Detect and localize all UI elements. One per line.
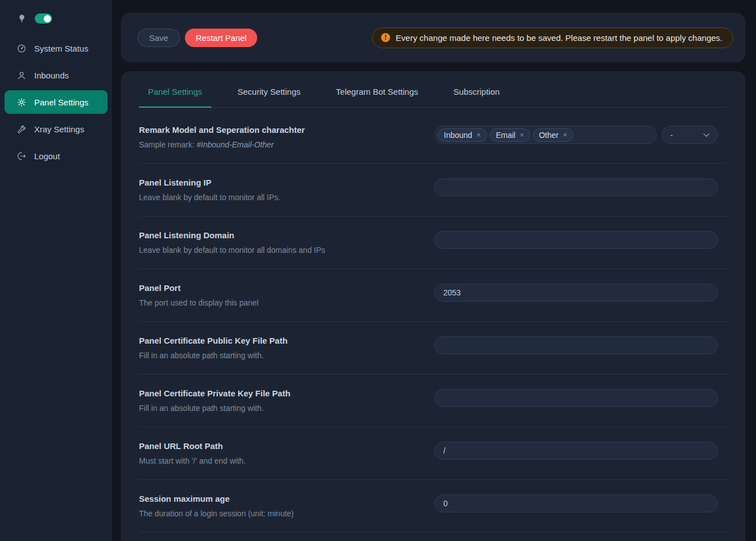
sidebar-item-label: Xray Settings: [34, 124, 84, 134]
remark-tags-input[interactable]: Inbound × Email × Other ×: [434, 126, 657, 144]
form-row-listening-ip: Panel Listening IP Leave blank by defaul…: [139, 164, 727, 216]
gear-icon: [17, 98, 26, 107]
form-row-listening-domain: Panel Listening Domain Leave blank by de…: [139, 216, 727, 269]
logout-icon: [17, 151, 26, 161]
field-hint: Must start with '/' and end with.: [139, 456, 246, 465]
tab-panel-settings[interactable]: Panel Settings: [139, 79, 211, 108]
form-row-panel-port: Panel Port The port used to display this…: [139, 269, 727, 322]
url-root-path-input[interactable]: [434, 442, 718, 460]
restart-panel-button[interactable]: Restart Panel: [185, 29, 257, 47]
field-label: Panel URL Root Path: [139, 441, 246, 451]
listening-ip-input[interactable]: [434, 178, 718, 196]
dashboard-icon: [17, 44, 26, 53]
field-hint: Fill in an absolute path starting with.: [139, 351, 287, 360]
field-hint: Leave blank by default to monitor all IP…: [139, 193, 280, 202]
panel-port-input[interactable]: [434, 284, 718, 302]
next-setting-input[interactable]: [434, 494, 718, 512]
sidebar-item-system-status[interactable]: System Status: [4, 36, 108, 60]
sidebar-item-panel-settings[interactable]: Panel Settings: [4, 90, 108, 114]
field-hint: Leave blank by default to monitor all do…: [139, 246, 325, 255]
field-label: Remark Model and Seperation charachter: [139, 125, 305, 135]
cert-public-key-input[interactable]: [434, 336, 718, 354]
tag-chip: Inbound ×: [438, 128, 487, 142]
tag-remove-icon[interactable]: ×: [520, 132, 524, 138]
field-label: Panel Listening IP: [139, 178, 280, 187]
chevron-down-icon: [703, 133, 709, 137]
sidebar-item-xray-settings[interactable]: Xray Settings: [4, 117, 108, 141]
sidebar-item-logout[interactable]: Logout: [4, 144, 108, 168]
sidebar-item-inbounds[interactable]: Inbounds: [4, 63, 108, 87]
tag-remove-icon[interactable]: ×: [563, 132, 567, 138]
separator-select-value: -: [670, 131, 673, 140]
toolbar-card: Save Restart Panel ! Every change made h…: [121, 13, 745, 62]
field-label: Panel Certificate Private Key File Path: [139, 389, 290, 398]
form-row-url-root-path: Panel URL Root Path Must start with '/' …: [139, 427, 727, 480]
form-row-session-max-age: Session maximum age The duration of a lo…: [139, 480, 727, 533]
tag-chip: Email ×: [490, 128, 530, 142]
tab-security-settings[interactable]: Security Settings: [229, 79, 310, 108]
lightbulb-icon: [17, 14, 26, 23]
sidebar-item-label: Panel Settings: [34, 98, 89, 107]
tag-remove-icon[interactable]: ×: [477, 132, 481, 138]
sidebar-item-label: Logout: [34, 151, 60, 161]
tag-chip: Other ×: [533, 128, 573, 142]
wrench-icon: [17, 124, 26, 134]
alert-banner: ! Every change made here needs to be sav…: [372, 27, 733, 48]
theme-toggle-row: [0, 10, 112, 27]
form-row-cert-private-key: Panel Certificate Private Key File Path …: [139, 374, 727, 427]
cert-private-key-input[interactable]: [434, 389, 718, 407]
separator-select[interactable]: -: [662, 126, 718, 144]
field-hint: The duration of a login session (unit: m…: [139, 509, 294, 518]
tab-subscription[interactable]: Subscription: [444, 79, 509, 108]
form-row-cert-public-key: Panel Certificate Public Key File Path F…: [139, 322, 727, 374]
field-hint: The port used to display this panel: [139, 298, 258, 307]
listening-domain-input[interactable]: [434, 231, 718, 249]
sidebar-item-label: Inbounds: [34, 71, 69, 80]
save-button[interactable]: Save: [137, 29, 180, 47]
field-label: Panel Certificate Public Key File Path: [139, 336, 287, 345]
field-hint: Fill in an absolute path starting with.: [139, 404, 290, 413]
alert-text: Every change made here needs to be saved…: [396, 33, 722, 43]
field-label: Session maximum age: [139, 494, 294, 503]
warning-icon: !: [381, 33, 390, 42]
form-row-remark-model: Remark Model and Seperation charachter S…: [139, 108, 727, 164]
user-icon: [17, 71, 26, 80]
settings-tabs: Panel Settings Security Settings Telegra…: [139, 79, 727, 108]
sidebar: System Status Inbounds Panel Settings Xr…: [0, 0, 112, 541]
field-label: Panel Port: [139, 283, 258, 293]
field-hint: Sample remark: #Inbound-Email-Other: [139, 140, 305, 149]
field-label: Panel Listening Domain: [139, 230, 325, 240]
settings-card: Panel Settings Security Settings Telegra…: [121, 71, 745, 541]
dark-mode-toggle[interactable]: [35, 13, 52, 24]
main-area: Save Restart Panel ! Every change made h…: [112, 0, 756, 541]
sidebar-item-label: System Status: [34, 44, 89, 53]
form-row-partial: [139, 533, 727, 541]
tab-telegram-bot-settings[interactable]: Telegram Bot Settings: [327, 79, 427, 108]
